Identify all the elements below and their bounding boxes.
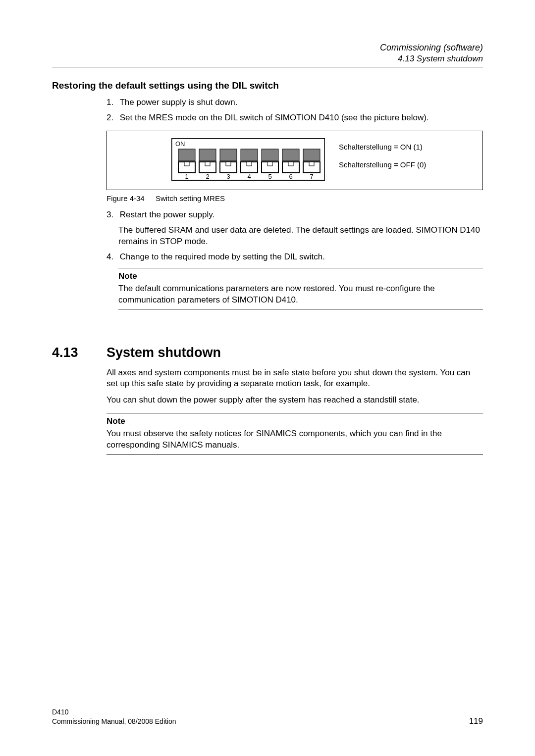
legend-on: Schalterstellung = ON (1)	[339, 138, 426, 156]
step-4-num: 4.	[107, 252, 117, 263]
note-body-1: The default communications parameters ar…	[118, 283, 483, 306]
figure-caption: Figure 4-34 Switch setting MRES	[107, 194, 483, 202]
steps-list-continued: 3. Restart the power supply. The buffere…	[107, 209, 483, 309]
header-title: Commissioning (software)	[52, 43, 483, 53]
svg-rect-16	[205, 162, 210, 166]
note-body-2: You must observe the safety notices for …	[107, 428, 483, 451]
footer-left: D410 Commissioning Manual, 08/2008 Editi…	[52, 707, 176, 726]
section-heading: Restoring the default settings using the…	[52, 80, 483, 91]
step-1-num: 1.	[107, 97, 117, 108]
note-block-1: Note The default communications paramete…	[118, 268, 483, 309]
svg-rect-2	[199, 149, 216, 161]
note-title-2: Note	[107, 416, 483, 426]
page-footer: D410 Commissioning Manual, 08/2008 Editi…	[52, 707, 483, 726]
switch-numbers: 1 2 3 4 5 6 7	[185, 173, 313, 180]
note-rule-bottom-1	[118, 309, 483, 309]
svg-rect-21	[309, 162, 314, 166]
step-2-num: 2.	[107, 112, 117, 124]
svg-rect-3	[220, 149, 237, 161]
svg-rect-18	[247, 162, 252, 166]
svg-rect-17	[226, 162, 231, 166]
note-rule-top-2	[107, 413, 483, 413]
page-number: 119	[469, 716, 483, 726]
note-title-1: Note	[118, 271, 483, 281]
svg-rect-15	[184, 162, 189, 166]
header-rule	[52, 67, 483, 67]
chapter-p1: All axes and system components must be i…	[107, 367, 483, 390]
svg-text:4: 4	[247, 173, 251, 180]
svg-rect-20	[288, 162, 293, 166]
note-rule-top-1	[118, 268, 483, 268]
dip-switch-icon: ON	[171, 138, 325, 181]
page-header: Commissioning (software) 4.13 System shu…	[52, 43, 483, 64]
chapter-p2: You can shut down the power supply after…	[107, 395, 483, 406]
chapter-title: System shutdown	[107, 345, 221, 360]
figure-caption-id: Figure 4-34	[107, 194, 145, 202]
switch-group	[178, 149, 320, 173]
chapter-heading: 4.13 System shutdown	[52, 345, 483, 360]
step-4: 4. Change to the required mode by settin…	[107, 252, 483, 263]
step-2-text: Set the MRES mode on the DIL switch of S…	[120, 113, 429, 122]
svg-rect-6	[282, 149, 299, 161]
chapter-body: All axes and system components must be i…	[107, 367, 483, 455]
note-rule-bottom-2	[107, 454, 483, 454]
step-4-text: Change to the required mode by setting t…	[120, 252, 325, 261]
figure-caption-text: Switch setting MRES	[156, 194, 225, 202]
svg-rect-5	[262, 149, 278, 161]
steps-list: 1. The power supply is shut down. 2. Set…	[107, 97, 483, 124]
svg-text:5: 5	[268, 173, 271, 180]
svg-text:6: 6	[289, 173, 292, 180]
step-1-text: The power supply is shut down.	[119, 98, 237, 107]
note-block-2: Note You must observe the safety notices…	[107, 413, 483, 454]
svg-rect-7	[303, 149, 320, 161]
svg-text:1: 1	[185, 173, 188, 180]
step-2: 2. Set the MRES mode on the DIL switch o…	[107, 112, 483, 124]
svg-rect-4	[241, 149, 258, 161]
dip-svg-holder: ON	[171, 138, 325, 183]
svg-rect-1	[178, 149, 195, 161]
step-3-num: 3.	[107, 209, 117, 221]
figure-box: ON	[107, 131, 483, 190]
legend-off: Schalterstellung = OFF (0)	[339, 156, 426, 174]
step-3: 3. Restart the power supply.	[107, 209, 483, 221]
svg-text:7: 7	[310, 173, 313, 180]
dip-switch-diagram: ON	[117, 138, 426, 183]
step-1: 1. The power supply is shut down.	[107, 97, 483, 108]
svg-rect-19	[268, 162, 272, 166]
figure-wrapper: ON	[107, 131, 483, 202]
figure-legend: Schalterstellung = ON (1) Schalterstellu…	[339, 138, 426, 174]
page: Commissioning (software) 4.13 System shu…	[0, 0, 535, 756]
step-3-text: Restart the power supply.	[120, 210, 215, 219]
step-3-detail: The buffered SRAM and user data are dele…	[118, 225, 483, 248]
on-label: ON	[175, 140, 185, 148]
header-subtitle: 4.13 System shutdown	[52, 54, 483, 64]
svg-text:2: 2	[206, 173, 209, 180]
svg-text:3: 3	[226, 173, 230, 180]
footer-doc-edition: Commissioning Manual, 08/2008 Edition	[52, 717, 176, 726]
chapter-number: 4.13	[52, 345, 107, 360]
footer-doc-id: D410	[52, 707, 176, 717]
